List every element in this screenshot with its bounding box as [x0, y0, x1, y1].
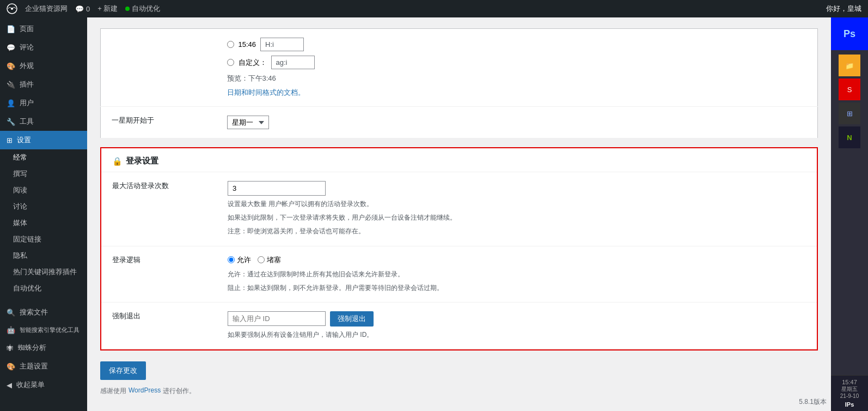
sidebar-sub-media[interactable]: 媒体: [0, 215, 87, 231]
max-login-desc3: 注意：即使浏览器关闭，登录会话也可能存在。: [228, 226, 810, 237]
spider-icon: 🕷: [7, 344, 14, 352]
version-info: 5.8.1版本: [799, 397, 827, 407]
sidebar-item-label: 外观: [20, 61, 34, 71]
dark-icon[interactable]: ⊞: [839, 102, 860, 124]
wordpress-logo-icon[interactable]: [7, 3, 17, 14]
photoshop-icon[interactable]: Ps: [831, 17, 868, 50]
week-start-select[interactable]: 星期日 星期一 星期二 星期三 星期四 星期五 星期六: [227, 116, 269, 129]
red-icon[interactable]: S: [839, 78, 860, 100]
sidebar-sub-writing[interactable]: 撰写: [0, 166, 87, 182]
footer-text: 感谢使用: [100, 386, 126, 396]
time-format-table: 15:46 自定义： 预览：下午3:46 日期和时间格式的文档。: [100, 28, 818, 138]
logic-desc2: 阻止：如果达到限制，则不允许新登录。用户需要等待旧的登录会话过期。: [228, 283, 810, 293]
logic-allow-radio[interactable]: [228, 256, 235, 263]
page-footer: 感谢使用 WordPress 进行创作。: [100, 380, 818, 402]
time-radio-1[interactable]: [227, 41, 234, 48]
sidebar-item-spider[interactable]: 🕷 蜘蛛分析: [0, 339, 87, 357]
auto-optimize-link[interactable]: 自动优化: [125, 4, 160, 14]
week-start-cell: 星期日 星期一 星期二 星期三 星期四 星期五 星期六: [221, 107, 818, 138]
admin-greeting: 你好，皇城: [826, 4, 861, 14]
login-logic-label: 登录逻辑: [101, 246, 221, 302]
time-format-input-1[interactable]: [260, 38, 304, 51]
sidebar-item-seo-tools[interactable]: 🤖 智能搜索引擎优化工具: [0, 322, 87, 339]
sidebar-item-search-files[interactable]: 🔍 搜索文件: [0, 303, 87, 322]
time-option-1: 15:46: [227, 38, 811, 51]
main-content: 15:46 自定义： 预览：下午3:46 日期和时间格式的文档。: [87, 17, 831, 411]
appearance-icon: 🎨: [7, 62, 15, 70]
footer-suffix: 进行创作。: [163, 386, 195, 396]
theme-settings-icon: 🎨: [7, 362, 15, 371]
sidebar-item-comments[interactable]: 💬 评论: [0, 38, 87, 57]
week-start-label: 一星期开始于: [101, 107, 221, 138]
sidebar-sub-discussion[interactable]: 讨论: [0, 198, 87, 215]
sidebar-sub-general[interactable]: 经常: [0, 149, 87, 166]
folder-glyph: 📁: [845, 62, 854, 70]
login-logic-cell: 允许 堵塞 允许：通过在达到限制时终止所有其他旧会话来允许新登录。 阻止：如果达…: [221, 246, 817, 302]
force-logout-input[interactable]: [228, 311, 326, 326]
sidebar-sub-reading[interactable]: 阅读: [0, 182, 87, 198]
save-section: 保存更改: [100, 359, 818, 380]
n-icon[interactable]: N: [839, 126, 860, 148]
clock-area: 15:47 星期五 21-9-10 IPs: [831, 375, 868, 411]
tools-icon: 🔧: [7, 118, 15, 126]
logic-allow-label: 允许: [237, 255, 251, 265]
logic-block-radio[interactable]: [258, 256, 265, 263]
right-panel: Ps 📁 S ⊞ N 15:47 星期五 21-9-10 IPs: [831, 17, 868, 411]
lock-icon: 🔒: [112, 156, 123, 166]
clock-date: 21-9-10: [833, 393, 866, 399]
sidebar-item-collapse[interactable]: ◀ 收起菜单: [0, 376, 87, 394]
time-option-2: 自定义：: [227, 56, 811, 69]
sidebar-sub-permalinks[interactable]: 固定链接: [0, 231, 87, 247]
login-form-table: 最大活动登录次数 3 设置最大数量 用户帐户可以拥有的活动登录次数。 如果达到此…: [101, 172, 817, 349]
dark-glyph: ⊞: [847, 110, 853, 118]
time-format-cell: 15:46 自定义： 预览：下午3:46 日期和时间格式的文档。: [221, 29, 818, 107]
seo-icon: 🤖: [7, 326, 15, 334]
sidebar-item-pages[interactable]: 📄 页面: [0, 20, 87, 38]
wordpress-link[interactable]: WordPress: [129, 386, 161, 396]
force-logout-button[interactable]: 强制退出: [330, 311, 374, 327]
logic-radio-row: 允许 堵塞: [228, 255, 810, 265]
new-content-button[interactable]: + 新建: [97, 4, 118, 14]
sidebar-sub-privacy[interactable]: 隐私: [0, 247, 87, 264]
folder-icon[interactable]: 📁: [839, 55, 860, 76]
sidebar-item-label: 设置: [17, 135, 31, 145]
sidebar-item-label: 工具: [20, 117, 34, 126]
sidebar-item-plugins[interactable]: 🔌 插件: [0, 75, 87, 94]
time-radio-2[interactable]: [227, 59, 234, 66]
sidebar-item-label: 收起菜单: [16, 380, 45, 390]
sidebar-item-label: 用户: [20, 98, 34, 108]
datetime-docs-link[interactable]: 日期和时间格式的文档。: [227, 88, 305, 96]
logic-allow-option: 允许: [228, 255, 251, 265]
sidebar-item-settings[interactable]: ⊞ 设置: [0, 131, 87, 149]
save-button[interactable]: 保存更改: [100, 361, 146, 380]
login-section-title: 🔒 登录设置: [101, 148, 817, 172]
sidebar-item-label: 评论: [20, 43, 34, 52]
site-name[interactable]: 企业猫资源网: [25, 4, 68, 14]
logic-block-option: 堵塞: [258, 255, 281, 265]
comment-count[interactable]: 💬 0: [75, 5, 90, 13]
sidebar-item-label: 智能搜索引擎优化工具: [20, 326, 80, 334]
time-custom-label: 自定义：: [239, 58, 267, 68]
plugins-icon: 🔌: [7, 81, 15, 89]
sidebar-item-users[interactable]: 👤 用户: [0, 94, 87, 112]
collapse-icon: ◀: [7, 381, 12, 389]
sidebar-item-label: 主题设置: [20, 361, 48, 371]
search-files-icon: 🔍: [7, 309, 15, 317]
clock-time: 15:47: [833, 379, 866, 385]
status-dot: [125, 7, 130, 11]
sidebar-item-appearance[interactable]: 🎨 外观: [0, 57, 87, 75]
sidebar-item-tools[interactable]: 🔧 工具: [0, 112, 87, 131]
force-logout-cell: 强制退出 如果要强制从所有设备注销用户，请输入用户 ID。: [221, 302, 817, 349]
max-login-input[interactable]: 3: [228, 181, 326, 196]
force-logout-desc: 如果要强制从所有设备注销用户，请输入用户 ID。: [228, 330, 810, 340]
sidebar-sub-keywords[interactable]: 热门关键词推荐插件: [0, 264, 87, 280]
users-icon: 👤: [7, 99, 15, 107]
sidebar-item-theme-settings[interactable]: 🎨 主题设置: [0, 357, 87, 376]
sidebar-sub-autoopt[interactable]: 自动优化: [0, 280, 87, 297]
sidebar-item-label: 插件: [20, 80, 34, 89]
clock-weekday: 星期五: [833, 385, 866, 393]
time-custom-input[interactable]: [271, 56, 315, 69]
sidebar-item-label: 蜘蛛分析: [18, 343, 46, 353]
time-preview: 预览：下午3:46: [227, 74, 811, 83]
admin-bar: 企业猫资源网 💬 0 + 新建 自动优化 你好，皇城: [0, 0, 868, 17]
